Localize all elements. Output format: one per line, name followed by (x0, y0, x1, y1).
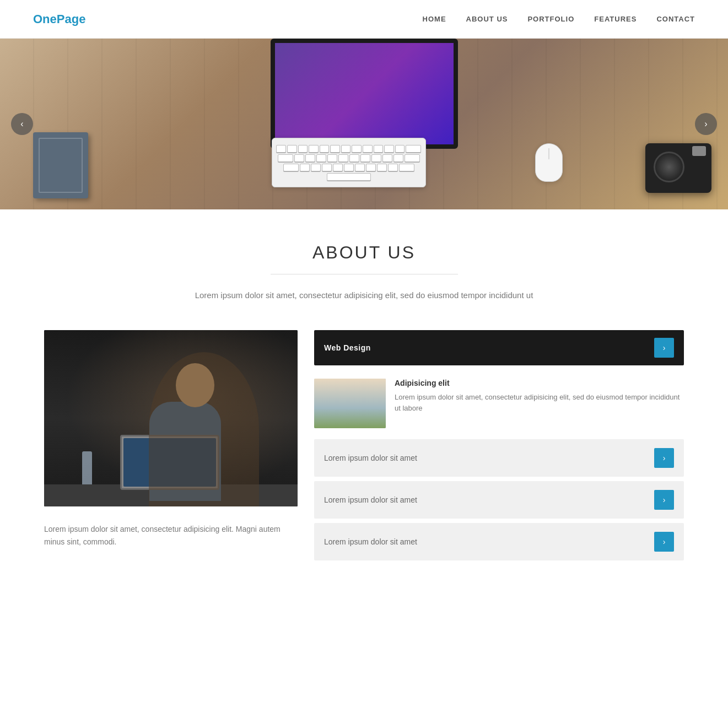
spacebar (327, 173, 371, 181)
laptop-screen (123, 438, 216, 487)
key (333, 164, 343, 171)
accordion-arrow-button-1[interactable]: › (654, 448, 674, 468)
key (371, 154, 381, 162)
nav-contact[interactable]: CONTACT (656, 15, 695, 23)
key (341, 145, 351, 153)
key (352, 145, 362, 153)
key (382, 154, 392, 162)
next-slide-button[interactable]: › (695, 113, 717, 135)
nav: HOME ABOUT US PORTFOLIO FEATURES CONTACT (423, 15, 695, 23)
key (298, 145, 308, 153)
notebook (33, 132, 88, 198)
accordion-item-1[interactable]: Lorem ipsum dolor sit amet › (314, 439, 684, 477)
key (294, 154, 304, 162)
key-row-3 (277, 164, 421, 171)
key-row-2 (277, 154, 421, 162)
camera (645, 143, 711, 193)
key (327, 154, 337, 162)
table-surface (44, 484, 298, 506)
key (305, 154, 315, 162)
web-design-arrow-button[interactable]: › (654, 338, 674, 358)
key (395, 145, 405, 153)
key (287, 145, 297, 153)
key (349, 154, 359, 162)
web-design-thumbnail (314, 379, 386, 428)
accordion-arrow-button-2[interactable]: › (654, 490, 674, 510)
web-design-panel[interactable]: Web Design › (314, 330, 684, 365)
key-row-4 (277, 173, 421, 181)
about-subtitle: Lorem ipsum dolor sit amet, consectetur … (44, 288, 684, 303)
nav-portfolio[interactable]: PORTFOLIO (527, 15, 574, 23)
accordion-label-1: Lorem ipsum dolor sit amet (324, 454, 417, 462)
accordion-label-3: Lorem ipsum dolor sit amet (324, 537, 417, 546)
web-design-item-desc: Lorem ipsum dolor sit amet, consectetur … (395, 392, 684, 415)
about-image (44, 330, 298, 506)
key (330, 145, 340, 153)
about-divider (271, 274, 458, 274)
mouse (535, 143, 563, 182)
accordion-item-2[interactable]: Lorem ipsum dolor sit amet › (314, 481, 684, 519)
key (322, 164, 332, 171)
key (360, 154, 370, 162)
keyboard (272, 138, 426, 187)
prev-slide-button[interactable]: ‹ (11, 113, 33, 135)
key (405, 154, 420, 162)
nav-home[interactable]: HOME (423, 15, 446, 23)
key (309, 145, 319, 153)
key (388, 164, 398, 171)
web-design-content: Adipisicing elit Lorem ipsum dolor sit a… (314, 370, 684, 439)
about-section: ABOUT US Lorem ipsum dolor sit amet, con… (0, 209, 728, 598)
logo-text: OnePage (33, 12, 85, 26)
key (278, 154, 293, 162)
nav-features[interactable]: FEATURES (594, 15, 637, 23)
key (374, 145, 384, 153)
laptop (120, 435, 219, 490)
key (355, 164, 365, 171)
accordion-arrow-button-3[interactable]: › (654, 532, 674, 552)
web-design-text: Adipisicing elit Lorem ipsum dolor sit a… (395, 379, 684, 415)
key (344, 164, 354, 171)
key (406, 145, 420, 153)
nav-about[interactable]: ABOUT US (466, 15, 508, 23)
accordion-item-3[interactable]: Lorem ipsum dolor sit amet › (314, 523, 684, 560)
key (399, 164, 414, 171)
about-title: ABOUT US (44, 242, 684, 263)
key (393, 154, 403, 162)
key (320, 145, 330, 153)
key (316, 154, 326, 162)
person-body (149, 402, 221, 501)
glass-bottle (82, 451, 92, 484)
about-bottom-text: Lorem ipsum dolor sit amet, consectetur … (44, 523, 298, 549)
key (300, 164, 310, 171)
header: OnePage HOME ABOUT US PORTFOLIO FEATURES… (0, 0, 728, 39)
key (384, 145, 394, 153)
about-image-column: Lorem ipsum dolor sit amet, consectetur … (44, 330, 298, 549)
key (363, 145, 373, 153)
key (311, 164, 321, 171)
key-row-1 (277, 145, 421, 153)
accordion-label-2: Lorem ipsum dolor sit amet (324, 495, 417, 504)
about-content: Lorem ipsum dolor sit amet, consectetur … (44, 330, 684, 565)
key (338, 154, 348, 162)
web-design-item-title: Adipisicing elit (395, 379, 684, 387)
key (276, 145, 286, 153)
hero-slider: ‹ › (0, 39, 728, 209)
monitor-screen (271, 39, 458, 149)
key (283, 164, 299, 171)
person-head (176, 363, 214, 407)
web-design-label: Web Design (324, 343, 371, 352)
about-right-column: Web Design › Adipisicing elit Lorem ipsu… (314, 330, 684, 565)
logo: OnePage (33, 12, 85, 26)
key (377, 164, 387, 171)
key (366, 164, 376, 171)
